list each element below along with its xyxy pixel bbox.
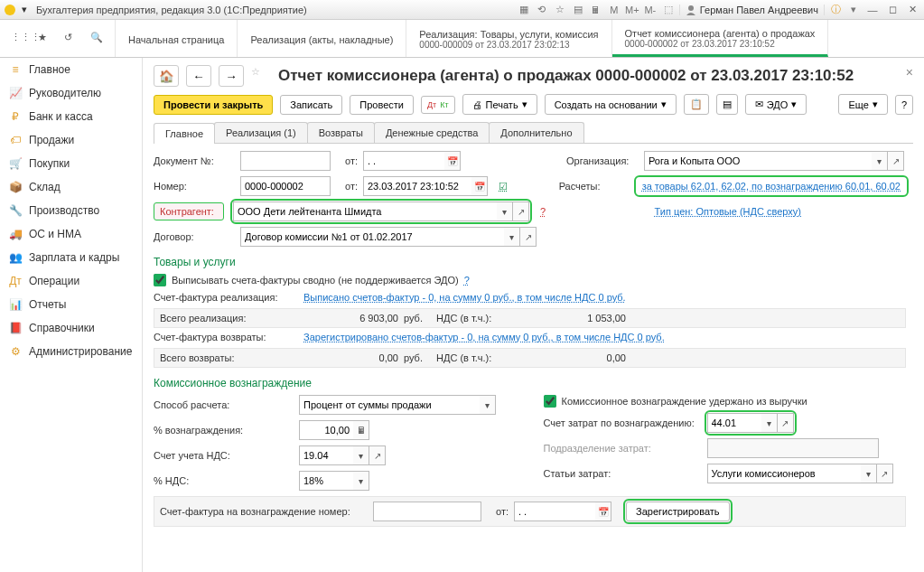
sidebar-item-catalogs[interactable]: 📕Справочники — [0, 316, 142, 340]
calc-link[interactable]: за товары 62.01, 62.02, по вознаграждени… — [637, 178, 906, 194]
sidebar-item-admin[interactable]: ⚙Администрирование — [0, 340, 142, 363]
pct-input[interactable] — [299, 420, 353, 440]
ftab-main[interactable]: Главное — [154, 123, 215, 144]
contr-dropdown-icon[interactable]: ▾ — [497, 202, 513, 221]
ftab-money[interactable]: Денежные средства — [374, 122, 490, 143]
star-icon[interactable]: ☆ — [553, 3, 567, 17]
submit-button[interactable]: Провести — [350, 95, 414, 115]
edo-button[interactable]: ✉ЭДО ▾ — [745, 94, 807, 115]
structure-button[interactable]: ▤ — [716, 94, 738, 115]
ftab-extra[interactable]: Дополнительно — [489, 122, 583, 143]
ftab-returns[interactable]: Возвраты — [307, 122, 375, 143]
nds-pct-dropdown-icon[interactable]: ▾ — [353, 471, 369, 491]
sf-num-input[interactable] — [373, 502, 481, 521]
register-button[interactable]: Зарегистрировать — [626, 502, 730, 521]
more-button[interactable]: Еще ▾ — [838, 94, 887, 115]
method-dropdown-icon[interactable]: ▾ — [480, 395, 496, 415]
back-button[interactable]: ← — [186, 65, 211, 87]
tab-realization-doc[interactable]: Реализация: Товары, услуги, комиссия 000… — [406, 20, 611, 57]
sidebar-item-assets[interactable]: 🚚ОС и НМА — [0, 222, 142, 246]
mplus-icon[interactable]: M+ — [625, 3, 639, 17]
exp-item-open-icon[interactable]: ↗ — [877, 464, 893, 483]
calc-icon[interactable]: 🖩 — [589, 3, 603, 17]
contract-input[interactable] — [240, 227, 504, 247]
create-based-button[interactable]: Создать на основании ▾ — [545, 94, 677, 115]
price-type-link[interactable]: Тип цен: Оптовые (НДС сверху) — [655, 206, 801, 217]
acc-nds-input[interactable] — [299, 445, 353, 465]
write-button[interactable]: Записать — [280, 95, 342, 115]
doc-icon[interactable]: ▤ — [571, 3, 585, 17]
tab-start[interactable]: Начальная страница — [116, 20, 238, 57]
calendar-icon[interactable]: 📅 — [444, 151, 461, 171]
favorite-star[interactable]: ☆ — [251, 66, 271, 86]
contr-input[interactable] — [233, 202, 497, 221]
sidebar-item-salary[interactable]: 👥Зарплата и кадры — [0, 246, 142, 269]
method-input[interactable] — [299, 395, 480, 415]
tab-report-doc[interactable]: Отчет комиссионера (агента) о продажах 0… — [612, 20, 829, 57]
acc-exp-dropdown-icon[interactable]: ▾ — [761, 413, 778, 433]
submit-close-button[interactable]: Провести и закрыть — [154, 95, 273, 115]
pct-calc-icon[interactable]: 🖩 — [353, 420, 369, 440]
acc-nds-open-icon[interactable]: ↗ — [369, 445, 386, 465]
sf-real-link[interactable]: Выписано счетов-фактур - 0, на сумму 0 р… — [303, 292, 626, 303]
acc-exp-open-icon[interactable]: ↗ — [778, 413, 794, 433]
tab-realization-list[interactable]: Реализация (акты, накладные) — [238, 20, 406, 57]
contr-open-icon[interactable]: ↗ — [513, 202, 529, 221]
num-date-input[interactable] — [363, 176, 471, 196]
sidebar-item-main[interactable]: ≡Главное — [0, 58, 142, 81]
withheld-checkbox[interactable] — [544, 395, 556, 408]
org-input[interactable] — [644, 151, 872, 171]
contract-dropdown-icon[interactable]: ▾ — [504, 227, 520, 247]
sidebar-item-manager[interactable]: 📈Руководителю — [0, 81, 142, 105]
mminus-icon[interactable]: M- — [643, 3, 658, 17]
doc-num-input[interactable] — [240, 151, 331, 171]
help-button[interactable]: ? — [895, 95, 913, 115]
acc-exp-input[interactable] — [707, 413, 761, 433]
grid-icon[interactable]: ▦ — [517, 3, 531, 17]
org-open-icon[interactable]: ↗ — [888, 151, 904, 171]
menu-icon[interactable]: ⋮⋮⋮ — [11, 32, 25, 46]
sidebar-item-operations[interactable]: ДтОперации — [0, 269, 142, 293]
contr-help[interactable]: ? — [540, 206, 546, 217]
summary-invoice-help[interactable]: ? — [464, 275, 470, 286]
nav-icon[interactable]: ⟲ — [535, 3, 549, 17]
home-button[interactable]: 🏠 — [154, 65, 179, 87]
org-dropdown-icon[interactable]: ▾ — [872, 151, 888, 171]
sidebar-item-reports[interactable]: 📊Отчеты — [0, 293, 142, 316]
status-icon[interactable]: ☑ — [499, 181, 508, 192]
sidebar-item-purchases[interactable]: 🛒Покупки — [0, 152, 142, 175]
doc-date-input[interactable] — [363, 151, 444, 171]
summary-invoice-checkbox[interactable] — [154, 274, 166, 286]
fav-icon[interactable]: ★ — [38, 32, 51, 46]
search-icon[interactable]: 🔍 — [90, 32, 104, 46]
debit-credit-button[interactable]: ДтКт — [421, 96, 455, 114]
user-block[interactable]: Герман Павел Андреевич — [679, 5, 825, 15]
contract-open-icon[interactable]: ↗ — [520, 227, 537, 247]
bell-icon[interactable]: ⬚ — [661, 3, 676, 17]
acc-nds-dropdown-icon[interactable]: ▾ — [353, 445, 369, 465]
num-calendar-icon[interactable]: 📅 — [471, 176, 488, 196]
sidebar-item-sales[interactable]: 🏷Продажи — [0, 128, 142, 152]
nds-pct-input[interactable] — [299, 471, 353, 491]
num-input[interactable] — [240, 176, 331, 196]
m-icon[interactable]: M — [607, 3, 621, 17]
attach-button[interactable]: 📋 — [684, 94, 709, 115]
dropdown2-icon[interactable]: ▾ — [846, 3, 861, 17]
sf-date-input[interactable] — [514, 502, 595, 521]
maximize-button[interactable]: ◻ — [884, 4, 901, 16]
sf-ret-link[interactable]: Зарегистрировано счетов-фактур - 0, на с… — [303, 332, 665, 342]
dropdown-icon[interactable]: ▾ — [18, 4, 31, 16]
minimize-button[interactable]: — — [864, 4, 881, 16]
info-icon[interactable]: ⓘ — [828, 3, 843, 17]
exp-item-input[interactable] — [707, 464, 861, 483]
ftab-realization[interactable]: Реализация (1) — [214, 122, 308, 143]
forward-button[interactable]: → — [219, 65, 244, 87]
history-icon[interactable]: ↺ — [64, 32, 78, 46]
sidebar-item-bank[interactable]: ₽Банк и касса — [0, 105, 142, 128]
sidebar-item-warehouse[interactable]: 📦Склад — [0, 175, 142, 199]
print-button[interactable]: 🖨Печать ▾ — [462, 94, 537, 115]
sf-calendar-icon[interactable]: 📅 — [595, 502, 611, 521]
close-tab-button[interactable]: × — [906, 65, 913, 80]
exp-item-dropdown-icon[interactable]: ▾ — [861, 464, 877, 483]
close-button[interactable]: ✕ — [904, 4, 920, 16]
